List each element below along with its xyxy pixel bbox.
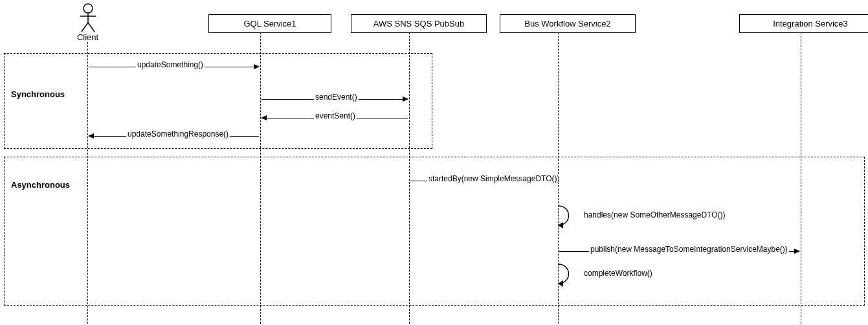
label-send-event: sendEvent() (314, 93, 359, 102)
svg-point-0 (83, 4, 93, 13)
svg-line-4 (88, 23, 95, 32)
label-event-sent: eventSent() (314, 111, 357, 120)
participant-bus-label: Bus Workflow Service2 (524, 19, 610, 28)
participant-aws-sns-sqs: AWS SNS SQS PubSub (351, 14, 487, 33)
sequence-diagram: Client GQL Service1 AWS SNS SQS PubSub B… (0, 0, 868, 325)
participant-bus-workflow-service2: Bus Workflow Service2 (500, 14, 636, 33)
stick-figure-icon (78, 3, 98, 32)
svg-marker-5 (558, 222, 563, 229)
actor-client: Client (70, 3, 106, 42)
participant-integration-service3: Integration Service3 (739, 14, 868, 33)
self-message-complete-workflow (558, 264, 577, 289)
fragment-sync-label: Synchronous (11, 89, 65, 99)
self-message-handles (558, 206, 577, 230)
fragment-async-label: Asynchronous (11, 180, 70, 190)
participant-aws-label: AWS SNS SQS PubSub (373, 19, 464, 28)
label-update-something-response: updateSomethingResponse() (126, 129, 230, 139)
label-handles: handles(new SomeOtherMessageDTO()) (583, 210, 727, 219)
participant-gql-label: GQL Service1 (243, 19, 296, 28)
label-publish: publish(new MessageToSomeIntegrationServ… (589, 245, 789, 254)
svg-marker-6 (558, 280, 563, 287)
actor-client-label: Client (70, 32, 106, 42)
participant-gql-service1: GQL Service1 (208, 14, 331, 33)
label-complete-workflow: completeWorkflow() (583, 269, 654, 278)
label-update-something: updateSomething() (136, 60, 205, 69)
svg-line-3 (82, 23, 88, 32)
label-started-by: startedBy(new SimpleMessageDTO()) (427, 174, 561, 183)
participant-int-label: Integration Service3 (773, 19, 848, 28)
